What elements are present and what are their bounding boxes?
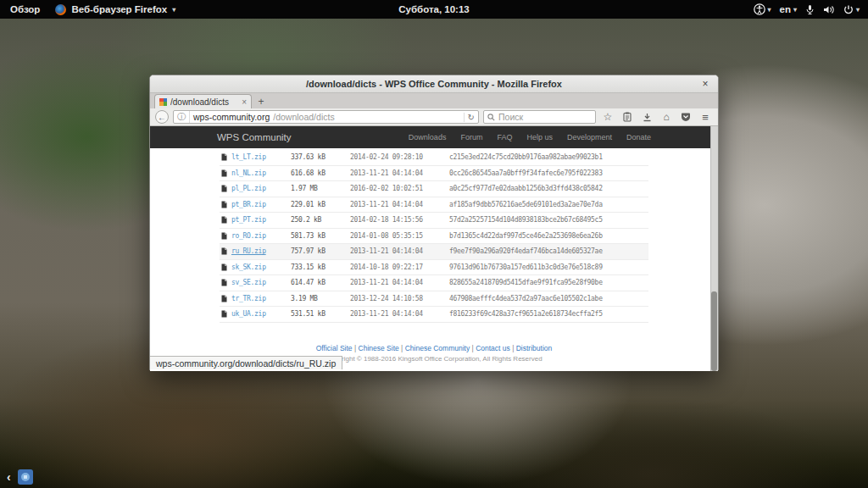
- accessibility-icon: [754, 3, 765, 15]
- file-size: 733.15 kB: [291, 263, 350, 271]
- file-link[interactable]: ro_RO.zip: [231, 232, 291, 240]
- file-link[interactable]: lt_LT.zip: [231, 153, 291, 161]
- status-tooltip: wps-community.org/download/dicts/ru_RU.z…: [150, 356, 342, 369]
- nav-item-downloads[interactable]: Downloads: [409, 133, 447, 141]
- file-hash: a0c25cf977d7e02daabb1256b3d3ffd438c05842: [449, 185, 648, 192]
- file-hash: 828655a2418709d5415dfae9f91fca95e28f90be: [449, 279, 648, 286]
- nav-item-forum[interactable]: Forum: [460, 133, 482, 141]
- menu-icon[interactable]: ≡: [698, 110, 713, 124]
- accessibility-menu[interactable]: ▾: [754, 3, 771, 15]
- file-date: 2014-02-18 14:15:56: [350, 216, 449, 224]
- firefox-icon: [55, 4, 66, 15]
- footer-link-official-site[interactable]: Official Site: [316, 344, 353, 352]
- table-row: pl_PL.zip1.97 MB2016-02-02 10:02:51a0c25…: [220, 181, 648, 197]
- home-icon[interactable]: ⌂: [659, 110, 674, 124]
- file-icon: [220, 263, 231, 271]
- file-hash: c215e3ed224c75cd20bb9176aa982abae99023b1: [449, 153, 648, 161]
- nav-item-development[interactable]: Development: [567, 133, 612, 141]
- scrollbar-thumb[interactable]: [711, 291, 717, 371]
- file-hash: b7d1365c4d22daf997d5ce46e2a253698e6ea26b: [449, 232, 648, 240]
- search-input[interactable]: Поиск: [483, 110, 596, 124]
- file-link[interactable]: nl_NL.zip: [231, 169, 291, 177]
- file-table: lt_LT.zip337.63 kB2014-02-24 09:28:10c21…: [220, 150, 648, 323]
- scrollbar-track[interactable]: [710, 126, 718, 371]
- footer-link-chinese-site[interactable]: Chinese Site: [359, 344, 399, 352]
- site-brand[interactable]: WPS Community: [217, 132, 292, 142]
- search-placeholder: Поиск: [498, 112, 523, 122]
- volume-indicator[interactable]: [823, 4, 835, 15]
- footer-link-chinese-community[interactable]: Chinese Community: [405, 344, 470, 352]
- file-date: 2013-11-21 04:14:04: [350, 247, 449, 255]
- nav-item-faq[interactable]: FAQ: [497, 133, 512, 141]
- table-row: nl_NL.zip616.68 kB2013-11-21 04:14:040cc…: [220, 166, 648, 182]
- tab-bar: /download/dicts × +: [150, 93, 718, 108]
- tab-close-icon[interactable]: ×: [242, 97, 247, 107]
- file-icon: [220, 279, 231, 286]
- file-hash: f816233f69c428a37cf9651a2e618734ecffa2f5: [449, 310, 648, 318]
- tray-app-icon[interactable]: [18, 469, 33, 485]
- file-link[interactable]: sv_SE.zip: [231, 279, 291, 286]
- footer-link-distribution[interactable]: Distribution: [516, 344, 553, 352]
- keyboard-layout-menu[interactable]: en ▾: [780, 4, 797, 14]
- chevron-down-icon: ▾: [172, 6, 175, 14]
- file-icon: [220, 169, 231, 177]
- file-size: 757.97 kB: [291, 247, 350, 255]
- file-hash: 97613d961b76730a157ed611b3c0d3e76e518c89: [449, 263, 648, 271]
- footer-link-contact-us[interactable]: Contact us: [476, 344, 510, 352]
- pocket-icon[interactable]: [678, 110, 693, 124]
- window-close-button[interactable]: ×: [698, 77, 712, 91]
- file-icon: [220, 153, 231, 161]
- gnome-top-bar: Обзор Веб-браузер Firefox ▾ Суббота, 10:…: [0, 0, 868, 19]
- chevron-down-icon: ▾: [793, 6, 797, 14]
- downloads-icon[interactable]: [639, 110, 654, 124]
- file-link[interactable]: ru_RU.zip: [231, 247, 291, 255]
- site-header: WPS Community DownloadsForumFAQHelp usDe…: [150, 126, 718, 148]
- navigation-toolbar: ← ⓘ wps-community.org/download/dicts ↻ П…: [150, 108, 718, 126]
- file-icon: [220, 310, 231, 318]
- file-hash: 467908aefffc4dea537d2a97aac6e105502c1abe: [449, 295, 648, 302]
- file-size: 616.68 kB: [291, 169, 350, 177]
- file-size: 337.63 kB: [291, 153, 350, 161]
- file-icon: [220, 295, 231, 302]
- file-link[interactable]: uk_UA.zip: [231, 310, 291, 318]
- file-size: 581.73 kB: [291, 232, 350, 240]
- microphone-indicator[interactable]: [805, 4, 815, 15]
- file-link[interactable]: sk_SK.zip: [231, 263, 291, 271]
- back-button[interactable]: ←: [155, 110, 169, 124]
- window-title: /download/dicts - WPS Office Community -…: [306, 79, 562, 89]
- file-link[interactable]: tr_TR.zip: [231, 295, 291, 302]
- file-link[interactable]: pt_BR.zip: [231, 201, 291, 208]
- file-size: 614.47 kB: [291, 279, 350, 286]
- clipboard-icon[interactable]: [620, 110, 635, 124]
- power-menu[interactable]: ▾: [843, 4, 860, 15]
- bookmark-star-icon[interactable]: ☆: [600, 110, 615, 124]
- power-icon: [843, 4, 854, 15]
- app-menu-firefox[interactable]: Веб-браузер Firefox ▾: [55, 4, 175, 15]
- volume-icon: [823, 4, 835, 15]
- tab-download-dicts[interactable]: /download/dicts ×: [154, 94, 252, 108]
- table-row: lt_LT.zip337.63 kB2014-02-24 09:28:10c21…: [220, 150, 648, 166]
- activities-button[interactable]: Обзор: [10, 4, 40, 14]
- chevron-down-icon: ▾: [856, 6, 860, 14]
- file-date: 2014-01-08 05:35:15: [350, 232, 449, 240]
- page-info-icon[interactable]: ⓘ: [177, 111, 190, 123]
- site-nav: DownloadsForumFAQHelp usDevelopmentDonat…: [409, 133, 651, 141]
- nav-item-help-us[interactable]: Help us: [526, 133, 553, 141]
- new-tab-button[interactable]: +: [252, 95, 270, 108]
- reload-icon[interactable]: ↻: [464, 113, 475, 122]
- site-favicon: [159, 98, 167, 106]
- chevron-left-icon[interactable]: ‹: [7, 470, 11, 484]
- table-row: ru_RU.zip757.97 kB2013-11-21 04:14:04f9e…: [220, 244, 648, 260]
- nav-item-donate[interactable]: Donate: [626, 133, 651, 141]
- file-size: 1.97 MB: [291, 185, 350, 192]
- url-bar[interactable]: ⓘ wps-community.org/download/dicts ↻: [173, 110, 479, 124]
- footer-links: Official Site | Chinese Site | Chinese C…: [150, 344, 718, 352]
- page-content: WPS Community DownloadsForumFAQHelp usDe…: [150, 126, 718, 371]
- table-row: tr_TR.zip3.19 MB2013-12-24 14:10:5846790…: [220, 291, 648, 308]
- file-date: 2013-11-21 04:14:04: [350, 201, 449, 208]
- window-titlebar[interactable]: /download/dicts - WPS Office Community -…: [150, 75, 718, 93]
- file-link[interactable]: pl_PL.zip: [231, 185, 291, 192]
- file-date: 2013-12-24 14:10:58: [350, 295, 449, 302]
- file-link[interactable]: pt_PT.zip: [231, 216, 291, 224]
- file-size: 250.2 kB: [291, 216, 350, 224]
